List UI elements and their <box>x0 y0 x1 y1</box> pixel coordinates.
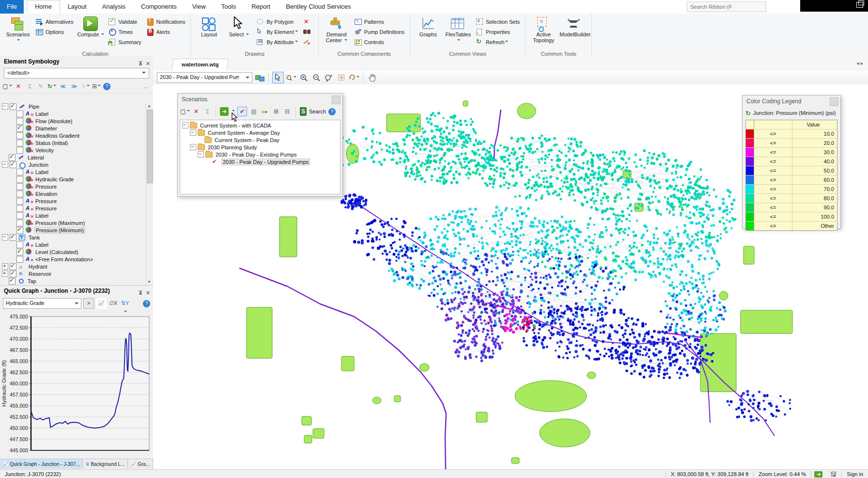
expand-all-icon[interactable]: ≫ <box>70 82 78 91</box>
symbology-tree-item[interactable]: ✕Hydraulic Grade <box>2 175 146 183</box>
menu-tab-view[interactable]: View <box>185 0 214 14</box>
menu-tab-tools[interactable]: Tools <box>214 0 244 14</box>
legend-row[interactable]: <=30.0 <box>746 147 837 157</box>
legend-row[interactable]: <=40.0 <box>746 157 837 166</box>
chart-options-icon[interactable]: 📈 <box>96 298 107 309</box>
ribbon-button-demand-center[interactable]: DemandCenter <box>323 15 351 49</box>
help-icon[interactable]: ? <box>143 300 150 307</box>
symbology-tree-item[interactable]: A✕Label <box>2 110 146 117</box>
symbology-tree-item[interactable]: Pipe <box>2 103 146 110</box>
symbology-tree-item[interactable]: Level (Calculated) <box>2 248 146 255</box>
checkbox[interactable] <box>10 271 16 277</box>
ribbon-button-notifications[interactable]: !Notifications <box>145 16 187 27</box>
close-icon[interactable] <box>332 96 341 104</box>
make-current-button[interactable]: ✔ <box>237 107 247 116</box>
new-folder-icon[interactable]: ⊞ <box>92 82 101 91</box>
checkbox[interactable] <box>10 234 16 241</box>
collapse-tree-icon[interactable]: ⊟ <box>283 107 292 116</box>
search-label[interactable]: Search <box>309 109 326 114</box>
delete-scenario-button[interactable]: ✕ <box>192 107 201 116</box>
scenario-dropdown[interactable]: 2030 - Peak Day - Upgraded Pum <box>157 72 252 83</box>
expand-icon[interactable] <box>2 271 8 277</box>
panel-tab-1[interactable]: ≣Background L... <box>83 459 128 469</box>
document-tab[interactable]: watertown.wtg <box>171 59 229 71</box>
ribbon-search-input[interactable] <box>687 1 766 12</box>
symbology-tree-item[interactable]: A✕Label <box>2 212 146 219</box>
overflow-icon[interactable]: … <box>141 82 150 91</box>
zoom-extents-icon[interactable] <box>324 72 334 83</box>
ribbon-button-select[interactable]: Select <box>225 15 253 49</box>
symbology-tree-item[interactable]: Diameter <box>2 125 146 132</box>
symbology-preset-dropdown[interactable]: <default> <box>4 68 149 79</box>
symbology-tree-item[interactable]: A✕Label <box>2 168 146 175</box>
collapse-icon[interactable] <box>190 129 196 136</box>
scenario-tree-item[interactable]: 2030 - Peak Day - Existing Pumps <box>182 151 340 158</box>
legend-row[interactable]: <=20.0 <box>746 138 837 147</box>
zoom-in-icon[interactable] <box>298 72 309 83</box>
collapse-icon[interactable] <box>2 161 8 168</box>
ribbon-button-compute[interactable]: Compute <box>77 15 105 49</box>
legend-row[interactable]: <=60.0 <box>746 175 837 184</box>
checkbox[interactable] <box>10 161 16 168</box>
ribbon-button-times[interactable]: Times <box>107 27 142 37</box>
compute-scenario-button[interactable]: ➜ <box>220 107 229 116</box>
observed-x-icon[interactable]: ∅X <box>108 299 118 308</box>
save-icon[interactable]: 🖫 <box>825 471 841 478</box>
legend-row[interactable]: <=10.0 <box>746 129 837 138</box>
graph-field-dropdown[interactable]: Hydraulic Grade <box>3 298 81 309</box>
checkbox[interactable] <box>16 111 23 117</box>
symbology-scrollbar[interactable]: ▲ ▼ <box>146 103 153 285</box>
scenario-tree-item[interactable]: Current System - Peak Day <box>182 136 340 143</box>
symbology-tree-item[interactable]: A✕Label <box>2 241 146 248</box>
ribbon-button-selection-sets[interactable]: εSelection Sets <box>474 16 521 27</box>
tab-scroll-arrows[interactable]: ◂ ▸ <box>856 60 863 66</box>
legend-row[interactable]: <=Other <box>746 221 837 230</box>
ribbon-button-layout[interactable]: Layout <box>195 15 223 49</box>
legend-row[interactable]: <=100.0 <box>746 212 837 221</box>
symbology-tree-item[interactable]: Lateral <box>2 154 146 161</box>
checkbox[interactable] <box>16 198 23 205</box>
symbology-tree-item[interactable]: ✕Pressure <box>2 183 146 190</box>
checkbox[interactable] <box>16 169 23 175</box>
collapse-icon[interactable] <box>2 103 8 110</box>
legend-row[interactable]: <=50.0 <box>746 166 837 175</box>
symbology-tree-item[interactable]: Tank <box>2 234 146 241</box>
apply-button[interactable]: > <box>83 298 94 309</box>
expand-icon[interactable] <box>2 263 8 270</box>
ribbon-button-alerts[interactable]: BAlerts <box>145 27 187 37</box>
ribbon-button-patterns[interactable]: ∿Patterns <box>353 16 406 27</box>
checkbox[interactable] <box>16 249 23 255</box>
ribbon-button-scenarios[interactable]: Scenarios <box>4 15 32 49</box>
symbology-tree-item[interactable]: ✕Status (Initial) <box>2 139 146 146</box>
ribbon-button-edit[interactable]: ✕ <box>301 37 314 47</box>
zoom-window-icon[interactable] <box>286 72 296 83</box>
previous-view-icon[interactable] <box>349 72 359 83</box>
panel-tab-2[interactable]: 📈Gra... <box>128 459 153 469</box>
ribbon-button-flextables[interactable]: FlexTables <box>444 15 472 49</box>
ribbon-button-graphs[interactable]: Graphs <box>414 15 442 49</box>
scenario-manager-icon[interactable] <box>254 72 265 83</box>
pan-hand-icon[interactable] <box>367 72 377 83</box>
checkbox[interactable] <box>16 212 23 219</box>
zoom-selection-icon[interactable] <box>336 72 347 83</box>
collapse-all-icon[interactable]: ≪ <box>59 82 67 91</box>
scenario-import-icon[interactable]: ▸▸ <box>261 107 269 116</box>
pin-icon[interactable]: ⊼ <box>139 290 143 296</box>
symbology-tree-item[interactable]: Pressure (Minimum) <box>2 226 146 234</box>
menu-tab-report[interactable]: Report <box>244 0 278 14</box>
symbology-tree-item[interactable]: ≋Reservoir <box>2 270 146 277</box>
checkbox[interactable] <box>16 125 23 132</box>
restore-window-icon[interactable] <box>856 2 863 8</box>
help-icon[interactable]: ? <box>328 108 336 115</box>
ribbon-button-options[interactable]: Options <box>34 27 75 37</box>
symbology-tree-item[interactable]: A✕Pressure <box>2 197 146 205</box>
checkbox[interactable] <box>16 176 23 183</box>
new-scenario-button[interactable]: ▢ <box>181 107 189 116</box>
scenario-tree-item[interactable]: ✔2030 - Peak Day - Upgraded Pumps <box>182 158 340 165</box>
checkbox[interactable] <box>16 205 23 212</box>
close-icon[interactable]: ✕ <box>146 290 150 296</box>
ribbon-button-alternatives[interactable]: Alternatives <box>34 16 75 27</box>
symbology-tree-item[interactable]: ✕Pressure (Maximum) <box>2 219 146 226</box>
legend-row[interactable]: <=90.0 <box>746 203 837 212</box>
expand-tree-icon[interactable]: ⊞ <box>272 107 280 116</box>
